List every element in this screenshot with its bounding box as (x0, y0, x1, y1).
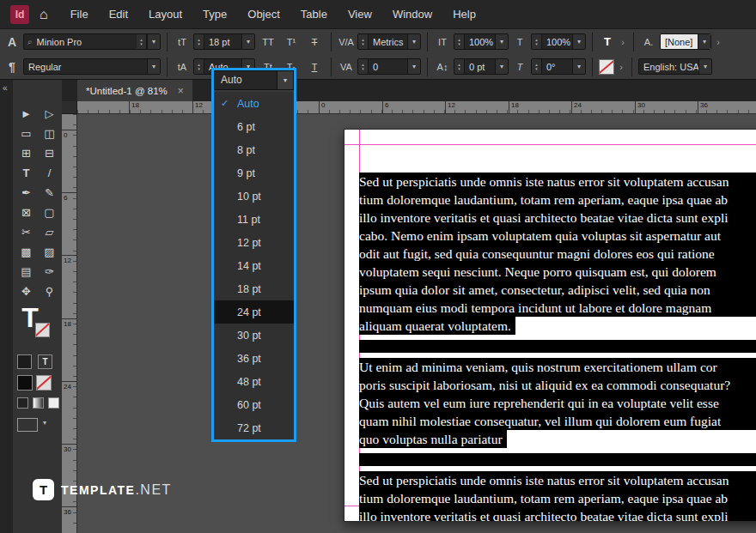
apply-color-swatch[interactable] (17, 375, 33, 391)
menu-item-layout[interactable]: Layout (138, 0, 192, 28)
leading-dropdown-field[interactable]: Auto ▾ (214, 70, 294, 92)
text-line[interactable]: aliquam quaerat voluptatem. (359, 317, 515, 335)
text-line[interactable]: tium doloremque laudantium, totam rem ap… (359, 191, 756, 209)
skew-combo[interactable]: ▴▾ 0° ▾ (531, 58, 586, 75)
gap-tool[interactable]: ◫ (44, 127, 54, 140)
leading-option-30-pt[interactable]: 30 pt (214, 324, 294, 347)
canvas[interactable]: Sed ut perspiciatis unde omnis iste natu… (77, 114, 756, 533)
chevron-down-icon[interactable]: ▾ (241, 34, 254, 49)
text-line[interactable]: illo inventore veritatis et quasi archit… (359, 507, 756, 522)
vertical-ruler[interactable]: 061218243036 (62, 114, 77, 533)
leading-option-18-pt[interactable]: 18 pt (214, 277, 294, 300)
content-placer-tool[interactable]: ⊟ (45, 147, 54, 160)
formatting-affects-text-button[interactable]: T (38, 354, 52, 369)
selection-tool[interactable]: ► (21, 107, 32, 120)
horizontal-scale-stepper[interactable]: ▴▾ (532, 34, 542, 49)
close-icon[interactable]: × (178, 85, 184, 97)
character-formatting-icon[interactable]: A (3, 35, 21, 49)
line-tool[interactable]: / (48, 167, 52, 179)
expander-icon[interactable]: › (714, 37, 722, 47)
text-line[interactable]: quam nihil molestiae consequatur, vel il… (359, 412, 756, 430)
leading-option-8-pt[interactable]: 8 pt (214, 138, 294, 161)
direct-selection-tool[interactable]: ▷ (46, 107, 54, 120)
all-caps-button[interactable]: TT (258, 37, 278, 47)
stroke-none-swatch[interactable] (35, 323, 50, 337)
text-line[interactable]: Sed ut perspiciatis unde omnis iste natu… (359, 471, 756, 489)
chevron-down-icon[interactable]: ▾ (407, 59, 420, 74)
text-line[interactable]: cabo. Nemo enim ipsam voluptatem quia vo… (359, 227, 756, 245)
chevron-down-icon[interactable]: ▾ (495, 34, 508, 49)
hand-tool[interactable]: ✥ (21, 285, 31, 298)
fill-none-swatch[interactable] (599, 59, 614, 75)
font-size-combo[interactable]: ▴▾ 18 pt ▾ (193, 33, 255, 50)
rectangle-tool[interactable]: ▢ (44, 206, 54, 219)
kerning-combo[interactable]: ▴▾ Metrics ▾ (357, 33, 421, 50)
menu-item-edit[interactable]: Edit (99, 0, 138, 28)
text-line[interactable]: odit aut fugit, sed quia consequuntur ma… (359, 245, 756, 263)
content-collector-tool[interactable]: ⊞ (21, 147, 31, 160)
menu-item-table[interactable]: Table (290, 0, 338, 28)
apply-color-button[interactable] (17, 397, 28, 409)
superscript-button[interactable]: T¹ (281, 37, 302, 47)
free-transform-tool[interactable]: ▱ (46, 226, 54, 239)
chevron-down-icon[interactable]: ▾ (698, 34, 710, 49)
text-line[interactable]: Ut enim ad minima veniam, quis nostrum e… (359, 358, 756, 376)
text-line[interactable]: numquam eius modi tempora incidunt ut la… (359, 299, 756, 317)
pencil-tool[interactable]: ✎ (45, 186, 54, 199)
rectangle-frame-tool[interactable]: ⊠ (21, 206, 31, 219)
text-line[interactable]: Quis autem vel eum iure reprehenderit qu… (359, 394, 756, 412)
apply-none-button[interactable] (48, 397, 59, 409)
character-style-combo[interactable]: [None] ▾ (660, 33, 711, 50)
note-tool[interactable]: ▤ (21, 265, 31, 278)
formatting-affects-container-button[interactable] (17, 354, 32, 369)
chevron-down-icon[interactable]: ▾ (572, 59, 585, 74)
type-tool[interactable]: T (23, 167, 30, 179)
scissors-tool[interactable]: ✂ (21, 226, 31, 239)
pen-tool[interactable]: ✒ (21, 186, 31, 199)
leading-option-11-pt[interactable]: 11 pt (214, 208, 294, 231)
leading-option-48-pt[interactable]: 48 pt (214, 370, 294, 393)
horizontal-scale-combo[interactable]: ▴▾ 100% ▾ (531, 33, 586, 50)
menu-item-type[interactable]: Type (192, 0, 237, 28)
page[interactable]: Sed ut perspiciatis unde omnis iste natu… (344, 129, 756, 522)
font-family-stepper[interactable]: ▴▾ (137, 34, 147, 49)
eyedropper-tool[interactable]: ✑ (45, 265, 54, 278)
page-tool[interactable]: ▭ (21, 127, 31, 140)
text-line[interactable]: quo voluptas nulla pariatur (359, 430, 507, 448)
leading-option-12-pt[interactable]: 12 pt (214, 231, 294, 254)
text-frame[interactable]: Sed ut perspiciatis unde omnis iste natu… (359, 173, 756, 522)
paragraph[interactable]: Ut enim ad minima veniam, quis nostrum e… (359, 358, 756, 448)
text-line[interactable]: voluptatem sequi nesciunt. Neque porro q… (359, 263, 756, 281)
menu-item-object[interactable]: Object (237, 0, 290, 28)
leading-stepper[interactable]: ▴▾ (194, 59, 204, 74)
screen-mode-button[interactable] (17, 418, 38, 432)
baseline-shift-combo[interactable]: ▴▾ 0 pt ▾ (454, 58, 509, 75)
leading-option-9-pt[interactable]: 9 pt (214, 161, 294, 185)
chevron-down-icon[interactable]: ▾ (277, 70, 294, 90)
screen-mode-chevron-icon[interactable]: ▾ (43, 419, 46, 427)
baseline-shift-stepper[interactable]: ▴▾ (454, 59, 465, 74)
expander-icon[interactable]: › (619, 37, 627, 47)
leading-option-24-pt[interactable]: 24 pt (214, 300, 294, 324)
menu-item-help[interactable]: Help (442, 0, 486, 28)
paragraph[interactable]: Sed ut perspiciatis unde omnis iste natu… (359, 471, 756, 522)
chevron-down-icon[interactable]: ▾ (407, 34, 420, 49)
paragraph[interactable]: Sed ut perspiciatis unde omnis iste natu… (359, 173, 756, 335)
leading-option-72-pt[interactable]: 72 pt (214, 416, 294, 439)
paragraph-formatting-icon[interactable]: ¶ (3, 60, 21, 74)
horizontal-ruler[interactable]: 1812061218243036 (77, 101, 756, 114)
underline-button[interactable]: T (304, 62, 325, 72)
ruler-corner[interactable] (62, 101, 77, 114)
menu-item-view[interactable]: View (338, 0, 382, 28)
font-size-stepper[interactable]: ▴▾ (194, 34, 204, 49)
text-line[interactable]: tium doloremque laudantium, totam rem ap… (359, 489, 756, 507)
gradient-swatch-tool[interactable]: ▩ (21, 245, 31, 258)
font-family-combo[interactable]: ⌕ Minion Pro ▴▾ ▾ (23, 33, 161, 50)
language-combo[interactable]: English: USA ▾ (638, 58, 712, 75)
home-icon[interactable]: ⌂ (40, 7, 48, 22)
text-line[interactable]: poris suscipit laboriosam, nisi ut aliqu… (359, 376, 756, 394)
chevron-down-icon[interactable]: ▾ (698, 59, 711, 74)
text-line[interactable]: ipsum quia dolor sit amet, consectetur, … (359, 281, 756, 299)
document-tab[interactable]: *Untitled-1 @ 81% × (77, 80, 192, 101)
tracking-stepper[interactable]: ▴▾ (358, 59, 369, 74)
